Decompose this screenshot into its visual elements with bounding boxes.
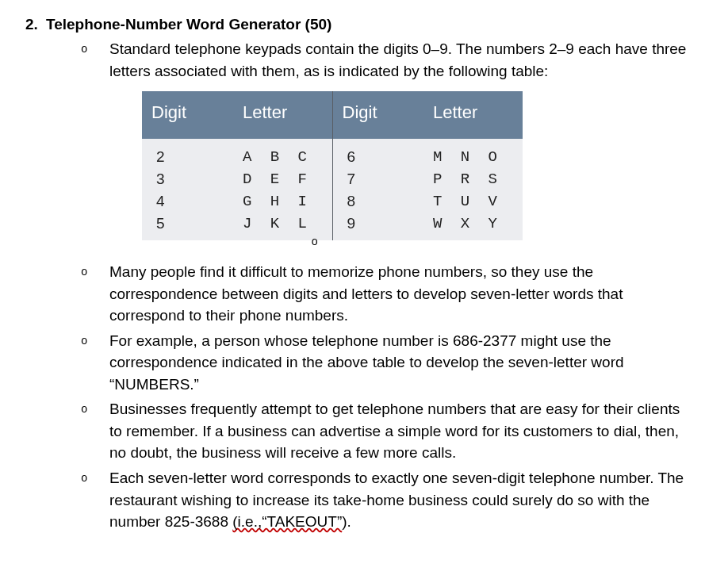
cell-digit: 6 — [332, 139, 423, 168]
header-digit-1: Digit — [142, 91, 233, 139]
bullet-text: Each seven-letter word corresponds to ex… — [109, 467, 696, 533]
cell-letter: P R S — [423, 168, 523, 190]
cell-digit: 7 — [332, 168, 423, 190]
bullet-marker: o — [81, 398, 109, 464]
header-letter-2: Letter — [423, 91, 523, 139]
bullet-marker: o — [81, 467, 109, 533]
table-row: 2 A B C 6 M N O — [142, 139, 523, 168]
cell-letter: W X Y — [423, 213, 523, 240]
main-marker: 2. — [24, 16, 46, 33]
sub-list: o Standard telephone keypads contain the… — [81, 38, 696, 82]
cell-letter: M N O — [423, 139, 523, 168]
bullet-text-tail: ). — [342, 513, 351, 530]
cell-letter: G H I — [233, 190, 332, 213]
cell-digit: 9 — [332, 213, 423, 240]
cell-digit: 4 — [142, 190, 233, 213]
list-item: o Many people find it difficult to memor… — [81, 261, 696, 327]
empty-bullet-marker: o — [302, 236, 318, 248]
table-row: 4 G H I 8 T U V — [142, 190, 523, 213]
header-letter-1: Letter — [233, 91, 332, 139]
bullet-marker: o — [81, 261, 109, 327]
cell-digit: 5 — [142, 213, 233, 240]
cell-letter: A B C — [233, 139, 332, 168]
bullet-marker: o — [81, 38, 109, 82]
bullet-text: Businesses frequently attempt to get tel… — [109, 398, 696, 464]
table-row: 3 D E F 7 P R S — [142, 168, 523, 190]
table-container: Digit Letter Digit Letter 2 A B C 6 M N … — [24, 91, 696, 258]
cell-letter: D E F — [233, 168, 332, 190]
cell-digit: 8 — [332, 190, 423, 213]
main-list-item: 2. Telephone-Number Word Generator (50) — [24, 16, 696, 33]
bullet-text: Standard telephone keypads contain the d… — [109, 38, 696, 82]
sub-list: o Many people find it difficult to memor… — [81, 261, 696, 533]
bullet-marker: o — [81, 330, 109, 396]
keypad-table: Digit Letter Digit Letter 2 A B C 6 M N … — [142, 91, 523, 240]
list-item: o Businesses frequently attempt to get t… — [81, 398, 696, 464]
cell-letter: T U V — [423, 190, 523, 213]
bullet-text-part: Each seven-letter word corresponds to ex… — [109, 470, 684, 530]
main-title: Telephone-Number Word Generator (50) — [46, 16, 331, 33]
header-digit-2: Digit — [332, 91, 423, 139]
list-item: o Standard telephone keypads contain the… — [81, 38, 696, 82]
cell-digit: 3 — [142, 168, 233, 190]
cell-digit: 2 — [142, 139, 233, 168]
table-header-row: Digit Letter Digit Letter — [142, 91, 523, 139]
spellcheck-underline: (i.e.,“TAKEOUT” — [232, 513, 342, 530]
list-item: o Each seven-letter word corresponds to … — [81, 467, 696, 533]
list-item: o For example, a person whose telephone … — [81, 330, 696, 396]
table-row: 5 J K L 9 W X Y — [142, 213, 523, 240]
bullet-text: For example, a person whose telephone nu… — [109, 330, 696, 396]
bullet-text: Many people find it difficult to memoriz… — [109, 261, 696, 327]
